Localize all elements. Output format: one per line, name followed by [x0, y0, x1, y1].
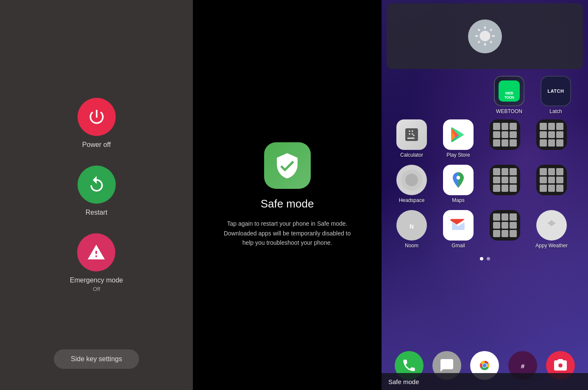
- safe-mode-badge: Safe mode: [382, 373, 588, 390]
- app-row-2: Calculator: [388, 119, 581, 158]
- safe-mode-title: Safe mode: [261, 197, 314, 210]
- page-dot-1: [480, 257, 483, 260]
- appy-weather-label: Appy Weather: [535, 243, 568, 249]
- latch-app[interactable]: LATCH Latch: [532, 76, 579, 114]
- calculator-svg: [403, 126, 420, 143]
- maps-icon[interactable]: [443, 165, 474, 195]
- power-off-button[interactable]: [78, 98, 116, 136]
- dock: # Safe mode: [382, 348, 588, 390]
- appy-weather-svg: [541, 215, 562, 236]
- weather-widget-icon: [468, 19, 502, 53]
- dark-grid-icon-4[interactable]: [536, 165, 567, 195]
- restart-button[interactable]: [78, 166, 116, 204]
- headspace-icon[interactable]: [396, 165, 427, 195]
- weather-widget[interactable]: [387, 3, 583, 69]
- page-indicator: [388, 255, 581, 262]
- shield-check-icon: [273, 152, 301, 180]
- power-icon: [87, 108, 106, 126]
- noom-label: Noom: [405, 243, 418, 249]
- app-grid: WEB TOON WEBTOON LATCH Latch: [382, 72, 588, 348]
- power-off-label: Power off: [82, 141, 111, 149]
- safe-mode-description: Tap again to restart your phone in Safe …: [220, 219, 355, 247]
- dark-grid-icon-3[interactable]: [490, 165, 520, 195]
- webtoon-label: WEBTOON: [496, 108, 522, 114]
- camera-icon: [553, 358, 568, 373]
- slack-svg: #: [513, 356, 532, 375]
- emergency-button[interactable]: [77, 233, 115, 271]
- gmail-label: Gmail: [451, 243, 465, 249]
- emergency-icon: [87, 243, 106, 262]
- gmail-app[interactable]: Gmail: [435, 210, 482, 249]
- sun-cloud-icon: [474, 26, 496, 47]
- noom-svg: N: [401, 215, 422, 236]
- safe-mode-badge-text: Safe mode: [388, 378, 419, 385]
- dark-app-1[interactable]: [482, 119, 528, 152]
- latch-icon[interactable]: LATCH: [541, 76, 571, 106]
- maps-svg: [449, 171, 468, 189]
- safe-mode-panel: Safe mode Tap again to restart your phon…: [193, 0, 382, 390]
- svg-point-9: [483, 364, 487, 368]
- headspace-app[interactable]: Headspace: [388, 165, 435, 203]
- phone-icon: [401, 358, 417, 373]
- appy-weather-icon[interactable]: [536, 210, 567, 241]
- dark-grid-icon-1[interactable]: [490, 119, 520, 150]
- emergency-mode-sublabel: Off: [93, 286, 100, 292]
- calculator-label: Calculator: [400, 152, 423, 158]
- calculator-icon[interactable]: [396, 119, 427, 150]
- noom-icon[interactable]: N: [396, 210, 427, 241]
- restart-item[interactable]: Restart: [78, 166, 116, 216]
- restart-label: Restart: [86, 209, 108, 216]
- page-dot-2: [487, 257, 490, 260]
- home-screen-panel: WEB TOON WEBTOON LATCH Latch: [382, 0, 588, 390]
- play-store-svg: [449, 125, 468, 144]
- dark-app-5[interactable]: [482, 210, 528, 243]
- safe-mode-icon: [264, 142, 311, 189]
- latch-label: Latch: [549, 108, 562, 114]
- app-row-1: WEB TOON WEBTOON LATCH Latch: [388, 76, 581, 114]
- dark-grid-icon-5[interactable]: [490, 210, 520, 241]
- emergency-mode-label: Emergency mode: [70, 277, 123, 284]
- play-store-icon[interactable]: [443, 119, 474, 150]
- webtoon-icon[interactable]: WEB TOON: [494, 76, 524, 106]
- gmail-svg: [449, 216, 468, 235]
- dark-app-3[interactable]: [482, 165, 528, 197]
- restart-icon: [87, 175, 106, 194]
- svg-text:N: N: [410, 224, 414, 230]
- headspace-label: Headspace: [399, 197, 425, 203]
- svg-text:#: #: [521, 362, 525, 370]
- svg-text:WEB: WEB: [505, 91, 513, 95]
- play-store-app[interactable]: Play Store: [435, 119, 482, 158]
- dark-app-4[interactable]: [528, 165, 575, 197]
- calculator-app[interactable]: Calculator: [388, 119, 435, 158]
- app-row-4: N Noom Gmail: [388, 210, 581, 249]
- app-row-3: Headspace Maps: [388, 165, 581, 203]
- maps-label: Maps: [452, 197, 464, 203]
- messages-icon: [439, 358, 454, 373]
- home-content: WEB TOON WEBTOON LATCH Latch: [382, 0, 588, 390]
- maps-app[interactable]: Maps: [435, 165, 482, 203]
- noom-app[interactable]: N Noom: [388, 210, 435, 249]
- webtoon-app[interactable]: WEB TOON WEBTOON: [486, 76, 532, 114]
- gmail-icon[interactable]: [443, 210, 474, 241]
- appy-weather-app[interactable]: Appy Weather: [528, 210, 575, 249]
- power-off-item[interactable]: Power off: [78, 98, 116, 149]
- webtoon-logo: WEB TOON: [499, 80, 520, 102]
- side-key-settings-button[interactable]: Side key settings: [54, 349, 139, 369]
- emergency-mode-item[interactable]: Emergency mode Off: [70, 233, 123, 292]
- dark-app-2[interactable]: [528, 119, 575, 152]
- svg-text:TOON: TOON: [504, 95, 514, 100]
- play-store-label: Play Store: [446, 152, 470, 158]
- dark-grid-icon-2[interactable]: [536, 119, 567, 150]
- power-menu-panel: Power off Restart Emergency mode Off Sid…: [0, 0, 193, 390]
- chrome-svg: [475, 356, 494, 375]
